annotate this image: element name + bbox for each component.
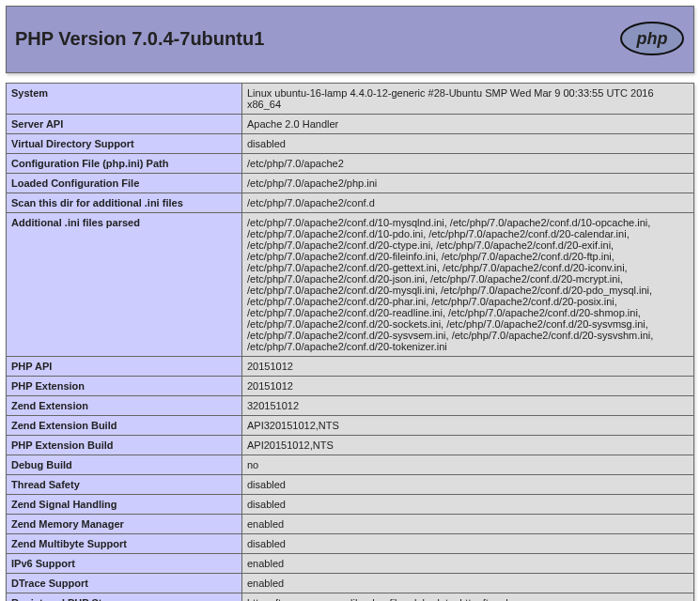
info-value: API320151012,NTS — [242, 415, 694, 435]
info-value: enabled — [242, 573, 694, 593]
table-row: Zend Signal Handlingdisabled — [7, 494, 694, 514]
info-label: Loaded Configuration File — [7, 173, 242, 193]
info-value: /etc/php/7.0/apache2/conf.d/10-mysqlnd.i… — [242, 212, 694, 356]
table-row: Zend Memory Managerenabled — [7, 514, 694, 533]
info-value: 20151012 — [242, 356, 694, 376]
table-row: Zend Extension BuildAPI320151012,NTS — [7, 415, 694, 435]
table-row: Zend Extension320151012 — [7, 395, 694, 415]
info-value: 20151012 — [242, 376, 694, 395]
info-value: disabled — [242, 133, 694, 153]
info-label: Zend Multibyte Support — [7, 533, 242, 553]
table-row: IPv6 Supportenabled — [7, 553, 694, 573]
info-label: Additional .ini files parsed — [7, 212, 242, 356]
header-table: PHP Version 7.0.4-7ubuntu1 php — [6, 6, 694, 73]
table-row: Additional .ini files parsed/etc/php/7.0… — [7, 212, 694, 356]
table-row: Configuration File (php.ini) Path/etc/ph… — [7, 153, 694, 173]
info-label: Zend Extension — [7, 395, 242, 415]
info-value: enabled — [242, 514, 694, 533]
table-row: Registered PHP Streamshttps, ftps, compr… — [7, 593, 694, 601]
page-title: PHP Version 7.0.4-7ubuntu1 — [15, 28, 264, 50]
info-label: Registered PHP Streams — [7, 593, 242, 601]
info-value: disabled — [242, 474, 694, 494]
table-row: Server APIApache 2.0 Handler — [7, 114, 694, 133]
info-value: no — [242, 455, 694, 474]
table-row: PHP Extension20151012 — [7, 376, 694, 395]
info-label: DTrace Support — [7, 573, 242, 593]
info-value: https, ftps, compress.zlib, php, file, g… — [242, 593, 694, 601]
info-label: Server API — [7, 114, 242, 133]
info-value: /etc/php/7.0/apache2/php.ini — [242, 173, 694, 193]
table-row: SystemLinux ubuntu-16-lamp 4.4.0-12-gene… — [7, 83, 694, 114]
php-logo-icon: php — [619, 21, 685, 58]
info-value: disabled — [242, 494, 694, 514]
table-row: Loaded Configuration File/etc/php/7.0/ap… — [7, 173, 694, 193]
info-label: System — [7, 83, 242, 114]
table-row: Virtual Directory Supportdisabled — [7, 133, 694, 153]
info-label: PHP Extension — [7, 376, 242, 395]
table-row: Zend Multibyte Supportdisabled — [7, 533, 694, 553]
info-value: 320151012 — [242, 395, 694, 415]
info-value: enabled — [242, 553, 694, 573]
info-label: PHP Extension Build — [7, 435, 242, 455]
info-value: disabled — [242, 533, 694, 553]
info-value: API20151012,NTS — [242, 435, 694, 455]
svg-text:php: php — [636, 29, 668, 48]
info-label: Scan this dir for additional .ini files — [7, 193, 242, 212]
info-value: /etc/php/7.0/apache2/conf.d — [242, 193, 694, 212]
table-row: DTrace Supportenabled — [7, 573, 694, 593]
info-value: Apache 2.0 Handler — [242, 114, 694, 133]
table-row: PHP API20151012 — [7, 356, 694, 376]
info-label: Thread Safety — [7, 474, 242, 494]
info-label: IPv6 Support — [7, 553, 242, 573]
info-label: Debug Build — [7, 455, 242, 474]
info-label: PHP API — [7, 356, 242, 376]
info-value: /etc/php/7.0/apache2 — [242, 153, 694, 173]
table-row: Debug Buildno — [7, 455, 694, 474]
info-table: SystemLinux ubuntu-16-lamp 4.4.0-12-gene… — [6, 83, 694, 601]
table-row: PHP Extension BuildAPI20151012,NTS — [7, 435, 694, 455]
info-label: Zend Memory Manager — [7, 514, 242, 533]
table-row: Scan this dir for additional .ini files/… — [7, 193, 694, 212]
table-row: Thread Safetydisabled — [7, 474, 694, 494]
info-label: Configuration File (php.ini) Path — [7, 153, 242, 173]
info-label: Zend Extension Build — [7, 415, 242, 435]
info-label: Virtual Directory Support — [7, 133, 242, 153]
info-label: Zend Signal Handling — [7, 494, 242, 514]
info-value: Linux ubuntu-16-lamp 4.4.0-12-generic #2… — [242, 83, 694, 114]
